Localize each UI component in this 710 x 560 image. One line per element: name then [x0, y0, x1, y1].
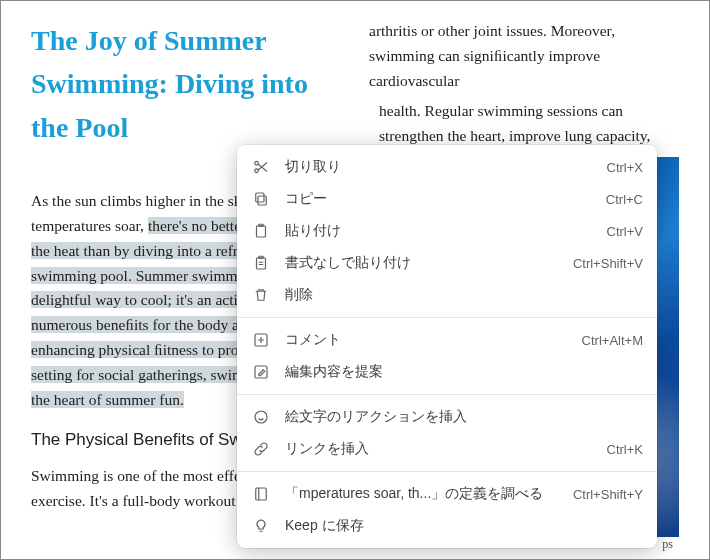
- link-icon: [251, 439, 271, 459]
- svg-rect-2: [258, 196, 266, 205]
- smile-icon: [251, 407, 271, 427]
- svg-rect-3: [256, 193, 264, 202]
- menu-item-define[interactable]: 「mperatures soar, th...」の定義を調べるCtrl+Shif…: [237, 478, 657, 510]
- plus-box-icon: [251, 330, 271, 350]
- menu-item-shortcut: Ctrl+Shift+V: [573, 256, 643, 271]
- clipboard-icon: [251, 221, 271, 241]
- menu-item-label: 切り取り: [285, 158, 595, 176]
- menu-item-shortcut: Ctrl+K: [607, 442, 643, 457]
- menu-item-label: 貼り付け: [285, 222, 595, 240]
- menu-item-label: 削除: [285, 286, 643, 304]
- svg-rect-4: [257, 226, 266, 237]
- menu-item-emoji-react[interactable]: 絵文字のリアクションを挿入: [237, 401, 657, 433]
- menu-separator: [237, 394, 657, 395]
- paragraph-col2-a[interactable]: arthritis or other joint issues. Moreove…: [369, 19, 679, 93]
- menu-item-shortcut: Ctrl+X: [607, 160, 643, 175]
- svg-rect-11: [256, 488, 267, 500]
- dictionary-icon: [251, 484, 271, 504]
- menu-item-label: 編集内容を提案: [285, 363, 643, 381]
- menu-item-suggest[interactable]: 編集内容を提案: [237, 356, 657, 388]
- menu-item-shortcut: Ctrl+C: [606, 192, 643, 207]
- menu-item-shortcut: Ctrl+V: [607, 224, 643, 239]
- menu-separator: [237, 317, 657, 318]
- menu-item-link[interactable]: リンクを挿入Ctrl+K: [237, 433, 657, 465]
- menu-item-label: コメント: [285, 331, 570, 349]
- svg-point-10: [255, 411, 267, 423]
- context-menu[interactable]: 切り取りCtrl+XコピーCtrl+C貼り付けCtrl+V書式なしで貼り付けCt…: [237, 145, 657, 548]
- svg-rect-6: [257, 258, 266, 269]
- menu-item-label: Keep に保存: [285, 517, 643, 535]
- menu-item-comment[interactable]: コメントCtrl+Alt+M: [237, 324, 657, 356]
- menu-item-paste-plain[interactable]: 書式なしで貼り付けCtrl+Shift+V: [237, 247, 657, 279]
- menu-item-label: リンクを挿入: [285, 440, 595, 458]
- menu-item-shortcut: Ctrl+Alt+M: [582, 333, 643, 348]
- menu-item-label: 絵文字のリアクションを挿入: [285, 408, 643, 426]
- menu-item-label: 書式なしで貼り付け: [285, 254, 561, 272]
- menu-item-label: コピー: [285, 190, 594, 208]
- scissors-icon: [251, 157, 271, 177]
- menu-item-paste[interactable]: 貼り付けCtrl+V: [237, 215, 657, 247]
- bulb-icon: [251, 516, 271, 536]
- menu-item-keep[interactable]: Keep に保存: [237, 510, 657, 542]
- menu-item-cut[interactable]: 切り取りCtrl+X: [237, 151, 657, 183]
- menu-item-copy[interactable]: コピーCtrl+C: [237, 183, 657, 215]
- menu-item-shortcut: Ctrl+Shift+Y: [573, 487, 643, 502]
- trash-icon: [251, 285, 271, 305]
- menu-separator: [237, 471, 657, 472]
- paragraph-col2-b[interactable]: health. Regular swimming sessions can st…: [369, 99, 679, 149]
- copy-icon: [251, 189, 271, 209]
- menu-item-delete[interactable]: 削除: [237, 279, 657, 311]
- menu-item-label: 「mperatures soar, th...」の定義を調べる: [285, 485, 561, 503]
- pencil-box-icon: [251, 362, 271, 382]
- clipboard-text-icon: [251, 253, 271, 273]
- article-title: The Joy of Summer Swimming: Diving into …: [31, 19, 341, 149]
